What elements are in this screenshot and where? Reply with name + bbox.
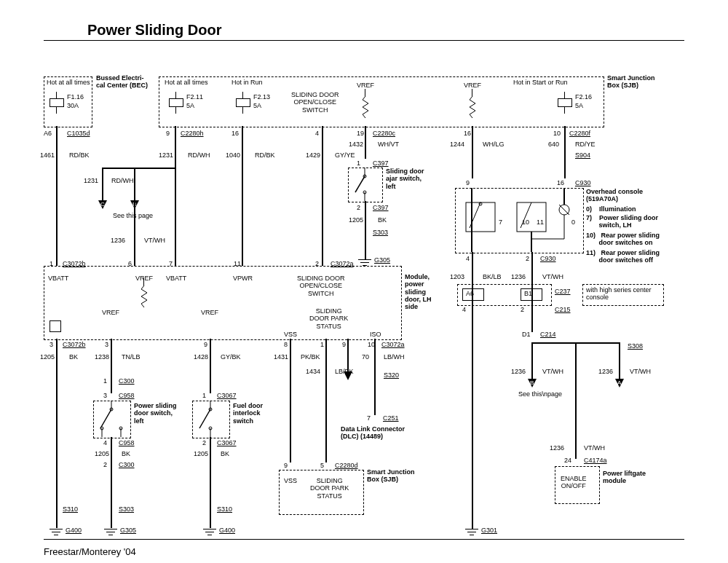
sjb-p5: 5 <box>320 462 324 469</box>
c3072a-t: C3072a <box>331 260 354 267</box>
w1040: 1040 <box>226 151 240 159</box>
c300-1: C300 <box>119 377 135 385</box>
w1432: 1432 <box>349 141 363 148</box>
rdbk1: RD/BK <box>69 151 90 159</box>
arrow-c: C <box>100 201 105 208</box>
g305b-icon <box>104 529 117 539</box>
w640: 640 <box>548 141 559 148</box>
vtwhr: VT/WH <box>542 273 563 280</box>
mod-p8: 8 <box>284 341 288 348</box>
plg-label: Power liftgate module <box>603 470 646 485</box>
hs-label: with high series center console <box>586 286 652 302</box>
branch-b-v <box>134 168 135 200</box>
w1203: 1203 <box>450 273 464 280</box>
w70: 70 <box>362 353 369 361</box>
wire-1205a <box>365 201 366 230</box>
mod-iso: ISO <box>370 331 381 338</box>
footer-text: Freestar/Monterey '04 <box>44 546 136 557</box>
mod-vpwr: VPWR <box>233 275 253 282</box>
g400b-icon <box>203 529 216 539</box>
bec-label: Bussed Electri- cal Center (BEC) <box>96 74 148 90</box>
c2280d: C2280d <box>335 462 358 469</box>
p19: 19 <box>357 130 364 137</box>
w1231b: 1231 <box>84 177 98 184</box>
wire-1461 <box>56 126 58 266</box>
fuse-f211: F2.11 <box>186 93 203 101</box>
c4174a: C4174a <box>584 457 607 464</box>
iso-arrow-icon <box>344 371 352 380</box>
svg-line-1 <box>355 176 365 192</box>
vref2-res-icon <box>470 96 475 118</box>
c251: C251 <box>383 414 399 422</box>
w1236plg: 1236 <box>550 444 564 452</box>
sjb-bot-label: Smart Junction Box (SJB) <box>367 468 415 484</box>
branch-c <box>102 168 175 169</box>
sjb-hot3: Hot in Start or Run <box>513 79 568 86</box>
vtwh-plg: VT/WH <box>584 444 605 452</box>
mod-vss: VSS <box>284 331 297 338</box>
fuse-f213: F2.13 <box>253 93 270 101</box>
overhead-internals-icon: 7 10 11 0 <box>455 188 582 252</box>
ov-l11: 11) Rear power sliding door switches off <box>586 249 660 264</box>
sjb-switch-lbl: SLIDING DOOR OPEN/CLOSE SWITCH <box>291 91 339 114</box>
rdbk2: RD/BK <box>255 151 275 159</box>
ov-l10: 10) Rear power sliding door switches on <box>586 232 660 247</box>
d1: D1 <box>522 331 531 338</box>
s308: S308 <box>628 342 643 350</box>
mod-vref1: VREF <box>135 275 153 282</box>
wire-70 <box>374 339 376 415</box>
w1244: 1244 <box>450 141 464 148</box>
psd-p2: 2 <box>103 461 107 468</box>
w1236a: 1236 <box>598 368 613 375</box>
hs-p2: 2 <box>521 306 524 313</box>
c237: C237 <box>555 288 571 295</box>
fuse-f211-icon <box>169 98 183 107</box>
g400a: G400 <box>66 527 82 534</box>
ajar-c397-1: C397 <box>373 160 389 167</box>
bkb: BK <box>69 353 78 361</box>
svg-text:7: 7 <box>499 218 502 226</box>
wire-1231 <box>175 126 176 266</box>
wire-fuel-bk <box>210 437 211 528</box>
svg-text:0: 0 <box>571 218 575 226</box>
dlc-label: Data Link Connector (DLC) (14489) <box>341 425 405 441</box>
pkbk: PK/BK <box>301 353 320 361</box>
fuse-f116-icon <box>50 98 64 107</box>
ajar-label: Sliding door ajar switch, left <box>386 168 424 190</box>
wire-1244 <box>472 126 473 178</box>
wire-plg <box>575 342 577 459</box>
mod-ground-icon <box>50 320 61 332</box>
fuse-f213-amp: 5A <box>253 102 261 109</box>
arrow-a: A <box>617 379 621 386</box>
ov-p2: 2 <box>526 255 529 262</box>
fuel-p2: 2 <box>202 439 206 446</box>
fuse-f211-amp: 5A <box>186 102 194 109</box>
wire-1238b <box>111 379 112 393</box>
w1236r: 1236 <box>511 273 526 280</box>
split-a <box>619 342 620 379</box>
wire-640b <box>564 151 566 178</box>
g301: G301 <box>481 527 497 534</box>
c215: C215 <box>555 306 571 313</box>
see1: See this page <box>113 212 153 219</box>
hs-a6-lbl: A6 <box>466 290 474 297</box>
w1238: 1238 <box>95 353 109 361</box>
c214: C214 <box>540 331 556 338</box>
vtwh-b2: VT/WH <box>542 368 563 375</box>
c300-2: C300 <box>119 461 135 468</box>
mod-p1b: 1 <box>320 341 324 348</box>
c930-2: C930 <box>540 255 556 262</box>
fuse-f116: F1.16 <box>67 93 84 101</box>
ov-p16: 16 <box>557 179 564 186</box>
split-b <box>531 342 533 379</box>
bec-pin: A6 <box>44 130 52 137</box>
svg-line-29 <box>199 409 210 428</box>
fuel-label: Fuel door interlock switch <box>233 402 263 425</box>
svg-text:11: 11 <box>537 218 544 226</box>
w1434: 1434 <box>306 368 320 375</box>
svg-rect-6 <box>466 202 495 232</box>
wire-iso-down <box>347 339 349 371</box>
s320: S320 <box>384 371 399 379</box>
rdwh1: RD/WH <box>188 151 210 159</box>
whvt: WH/VT <box>378 141 399 148</box>
